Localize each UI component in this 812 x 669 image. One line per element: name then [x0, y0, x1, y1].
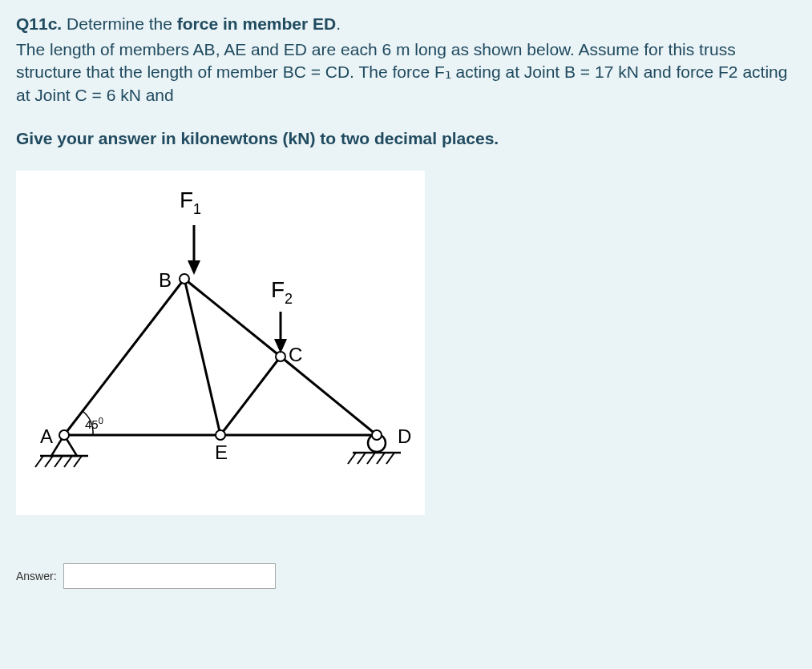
prompt-suffix: .: [336, 14, 341, 33]
svg-line-9: [358, 453, 366, 464]
svg-point-21: [372, 430, 382, 440]
svg-point-20: [216, 430, 225, 440]
angle-label: 450: [85, 416, 103, 431]
svg-line-17: [220, 357, 281, 435]
force-label-f1: F1: [180, 187, 201, 217]
truss-figure: F1 F2 B C A E D 450: [16, 171, 425, 515]
node-label-e: E: [215, 441, 228, 463]
truss-joints: [59, 274, 382, 440]
force-f1-arrow-icon: [188, 225, 200, 275]
svg-line-8: [348, 453, 356, 464]
svg-line-4: [64, 456, 72, 467]
svg-line-2: [45, 456, 53, 467]
answer-instruction: Give your answer in kilonewtons (kN) to …: [16, 129, 796, 148]
node-label-c: C: [289, 344, 302, 365]
svg-line-1: [35, 456, 43, 467]
svg-marker-25: [188, 260, 200, 275]
answer-label: Answer:: [16, 570, 57, 582]
svg-line-5: [74, 456, 82, 467]
svg-point-19: [59, 430, 69, 440]
svg-line-3: [55, 456, 63, 467]
question-number: Q11c.: [16, 14, 62, 33]
svg-marker-27: [274, 339, 287, 353]
prompt-prefix: Determine the: [67, 14, 177, 33]
question-body: The length of members AB, AE and ED are …: [16, 38, 796, 107]
node-label-d: D: [398, 425, 411, 447]
answer-input[interactable]: [63, 563, 276, 589]
prompt-bold: force in member ED: [177, 14, 336, 33]
question-heading: Q11c. Determine the force in member ED.: [16, 14, 796, 34]
node-label-a: A: [40, 425, 53, 447]
answer-row: Answer:: [16, 563, 796, 589]
svg-line-10: [367, 453, 375, 464]
svg-line-18: [281, 357, 377, 435]
svg-point-22: [180, 274, 189, 284]
svg-line-12: [386, 453, 394, 464]
truss-members: [64, 279, 377, 435]
force-label-f2: F2: [271, 277, 293, 307]
force-f2-arrow-icon: [274, 312, 287, 353]
node-label-b: B: [159, 269, 172, 291]
svg-line-14: [64, 279, 184, 435]
svg-line-11: [377, 453, 385, 464]
